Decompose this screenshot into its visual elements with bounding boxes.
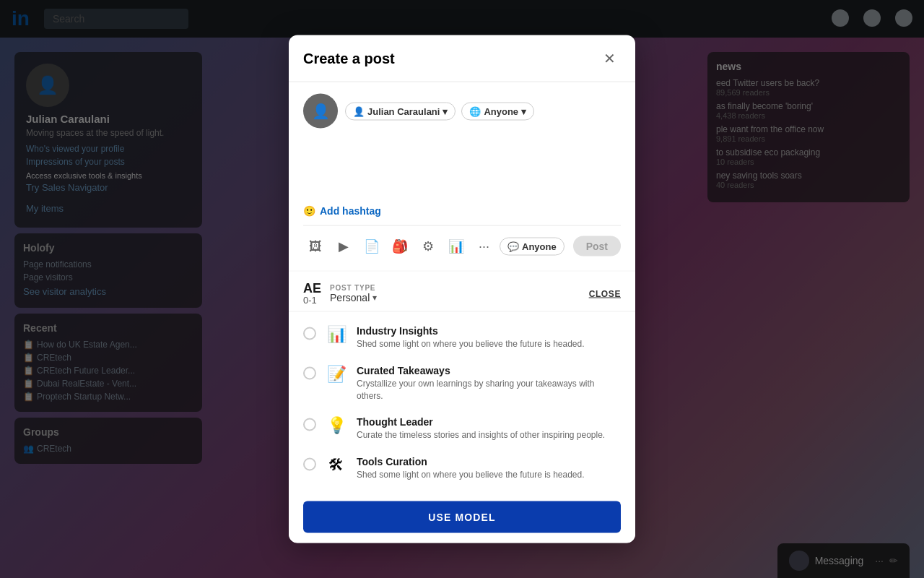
option-name-curated: Curated Takeaways bbox=[357, 364, 621, 376]
personal-dropdown[interactable]: Personal ▾ bbox=[330, 292, 377, 303]
modal-toolbar: 🖼 ▶ 📄 🎒 ⚙ 📊 ··· 💬 Anyone Post bbox=[303, 225, 621, 259]
add-hashtag-button[interactable]: 🙂 Add hashtag bbox=[303, 205, 621, 217]
post-textarea[interactable] bbox=[303, 139, 621, 197]
author-name: Julian Caraulani bbox=[367, 105, 440, 116]
radio-industry[interactable] bbox=[303, 327, 316, 340]
audience-dropdown[interactable]: 🌐 Anyone ▾ bbox=[461, 102, 534, 120]
author-controls: 👤 Julian Caraulani ▾ 🌐 Anyone ▾ bbox=[345, 102, 534, 120]
radio-curated[interactable] bbox=[303, 366, 316, 379]
person-icon: 👤 bbox=[353, 105, 365, 116]
author-row: 👤 👤 Julian Caraulani ▾ 🌐 Anyone ▾ bbox=[303, 94, 621, 129]
globe-icon: 🌐 bbox=[469, 105, 481, 116]
option-text-thought: Thought Leader Curate the timeless stori… bbox=[357, 416, 605, 441]
modal-title: Create a post bbox=[303, 50, 395, 66]
option-text-industry: Industry Insights Shed some light on whe… bbox=[357, 325, 585, 350]
anyone-button[interactable]: 💬 Anyone bbox=[500, 237, 565, 255]
radio-tools[interactable] bbox=[303, 458, 316, 471]
modal-body: 👤 👤 Julian Caraulani ▾ 🌐 Anyone ▾ bbox=[289, 82, 635, 271]
author-avatar: 👤 bbox=[303, 94, 338, 129]
personal-value: Personal bbox=[330, 292, 370, 303]
settings-toolbar-icon[interactable]: ⚙ bbox=[415, 233, 440, 259]
post-type-panel: AE 0-1 POST TYPE Personal ▾ CLOSE bbox=[289, 271, 635, 543]
modal-header: Create a post ✕ bbox=[289, 35, 635, 82]
post-type-label: POST TYPE bbox=[330, 284, 377, 292]
radio-thought[interactable] bbox=[303, 418, 316, 431]
ae-badge: AE bbox=[303, 282, 321, 295]
post-type-option-industry[interactable]: 📊 Industry Insights Shed some light on w… bbox=[289, 318, 635, 358]
industry-icon: 📊 bbox=[325, 325, 348, 344]
chevron-down-icon: ▾ bbox=[521, 105, 526, 116]
document-toolbar-icon[interactable]: 📄 bbox=[359, 233, 385, 259]
use-model-button[interactable]: USE MODEL bbox=[303, 501, 621, 532]
audience-label: Anyone bbox=[484, 105, 518, 116]
post-type-label-col: POST TYPE Personal ▾ bbox=[330, 284, 377, 303]
post-type-header: AE 0-1 POST TYPE Personal ▾ CLOSE bbox=[289, 272, 635, 312]
event-toolbar-icon[interactable]: 🎒 bbox=[388, 233, 413, 259]
poll-toolbar-icon[interactable]: 📊 bbox=[443, 233, 468, 259]
option-desc-curated: Crystallize your own learnings by sharin… bbox=[357, 377, 621, 402]
post-type-option-tools[interactable]: 🛠 Tools Curation Shed some light on wher… bbox=[289, 449, 635, 488]
ae-sub-label: 0-1 bbox=[303, 295, 321, 306]
post-type-options: 📊 Industry Insights Shed some light on w… bbox=[289, 312, 635, 494]
comment-icon: 💬 bbox=[507, 241, 519, 251]
hashtag-label: Add hashtag bbox=[320, 205, 381, 217]
close-panel-button[interactable]: CLOSE bbox=[589, 288, 621, 298]
post-type-option-curated[interactable]: 📝 Curated Takeaways Crystallize your own… bbox=[289, 357, 635, 409]
option-desc-thought: Curate the timeless stories and insights… bbox=[357, 429, 605, 441]
option-desc-industry: Shed some light on where you believe the… bbox=[357, 338, 585, 350]
option-name-industry: Industry Insights bbox=[357, 325, 585, 337]
modal-close-button[interactable]: ✕ bbox=[598, 47, 621, 70]
post-type-option-thought[interactable]: 💡 Thought Leader Curate the timeless sto… bbox=[289, 409, 635, 449]
emoji-icon: 🙂 bbox=[303, 205, 315, 217]
post-button[interactable]: Post bbox=[573, 236, 621, 256]
more-toolbar-icon[interactable]: ··· bbox=[471, 233, 497, 259]
curated-icon: 📝 bbox=[325, 364, 348, 383]
post-type-left: AE 0-1 POST TYPE Personal ▾ bbox=[303, 282, 377, 306]
anyone-label: Anyone bbox=[522, 241, 557, 251]
option-name-thought: Thought Leader bbox=[357, 416, 605, 428]
author-dropdown[interactable]: 👤 Julian Caraulani ▾ bbox=[345, 102, 456, 120]
modal-wrapper: Create a post ✕ 👤 👤 Julian Caraulani ▾ 🌐… bbox=[289, 35, 635, 543]
photo-toolbar-icon[interactable]: 🖼 bbox=[303, 233, 328, 259]
ae-badge-container: AE 0-1 bbox=[303, 282, 321, 306]
chevron-icon: ▾ bbox=[443, 105, 448, 116]
option-desc-tools: Shed some light on where you believe the… bbox=[357, 469, 585, 481]
tools-icon: 🛠 bbox=[325, 456, 348, 475]
thought-icon: 💡 bbox=[325, 416, 348, 435]
option-text-curated: Curated Takeaways Crystallize your own l… bbox=[357, 364, 621, 402]
chevron-down-icon: ▾ bbox=[372, 293, 377, 303]
option-name-tools: Tools Curation bbox=[357, 456, 585, 467]
option-text-tools: Tools Curation Shed some light on where … bbox=[357, 456, 585, 481]
create-post-modal: Create a post ✕ 👤 👤 Julian Caraulani ▾ 🌐… bbox=[289, 35, 635, 543]
video-toolbar-icon[interactable]: ▶ bbox=[331, 233, 357, 259]
